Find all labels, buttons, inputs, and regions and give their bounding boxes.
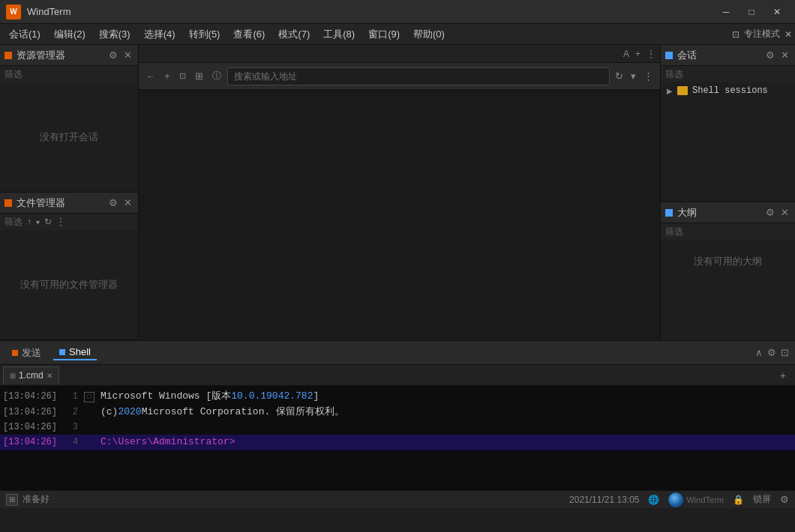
terminal-settings-btn[interactable]: ⚙ bbox=[767, 347, 776, 358]
file-manager-settings-btn[interactable]: ⚙ bbox=[107, 197, 119, 208]
resource-manager-actions: ⚙ ✕ bbox=[107, 49, 134, 61]
center-panel: A + ⋮ ← + ⊡ ⊞ ⓘ ↻ ▾ ⋮ bbox=[139, 45, 660, 340]
file-down-icon[interactable]: ▾ bbox=[36, 218, 40, 226]
resource-manager: 资源管理器 ⚙ ✕ 筛选 没有打开会话 bbox=[0, 45, 138, 193]
terminal-area: 发送 Shell ∧ ⚙ ⊡ ⊞ 1.cmd ✕ + [13:04:26] 1 … bbox=[0, 340, 795, 490]
addr-dropdown-btn[interactable]: ▾ bbox=[628, 69, 638, 83]
outline-empty: 没有可用的大纲 bbox=[661, 240, 795, 283]
address-input-wrap[interactable] bbox=[227, 67, 610, 85]
sessions-settings-btn[interactable]: ⚙ bbox=[764, 49, 776, 61]
tab-bar: ⊞ 1.cmd ✕ + bbox=[0, 365, 795, 386]
menu-item-view[interactable]: 查看(6) bbox=[227, 26, 271, 43]
file-manager-filter[interactable]: 筛选 ↑ ▾ ↻ ⋮ bbox=[0, 214, 138, 230]
file-refresh-icon[interactable]: ↻ bbox=[44, 217, 52, 227]
font-size-icon[interactable]: A bbox=[623, 49, 629, 59]
file-tab-close-btn[interactable]: ✕ bbox=[46, 372, 52, 380]
resource-manager-settings-btn[interactable]: ⚙ bbox=[107, 49, 119, 61]
address-input[interactable] bbox=[234, 71, 603, 82]
session-folder-icon bbox=[677, 86, 688, 95]
nav-info-btn[interactable]: ⓘ bbox=[209, 68, 224, 84]
nav-forward-btn[interactable]: ⊞ bbox=[192, 69, 206, 83]
menu-item-select[interactable]: 选择(4) bbox=[138, 26, 182, 43]
minimize-button[interactable]: ─ bbox=[714, 4, 738, 20]
term-text-2a: (c) bbox=[100, 405, 118, 420]
file-more-icon[interactable]: ⋮ bbox=[56, 217, 65, 227]
file-up-icon[interactable]: ↑ bbox=[27, 217, 32, 227]
nav-tab-icon[interactable]: ⊡ bbox=[176, 70, 189, 82]
status-lock-label: 锁屏 bbox=[753, 493, 771, 506]
new-tab-btn[interactable]: + bbox=[161, 69, 173, 83]
terminal-collapse-btn[interactable]: ∧ bbox=[755, 347, 763, 358]
terminal-header: 发送 Shell ∧ ⚙ ⊡ bbox=[0, 341, 795, 365]
close-button[interactable]: ✕ bbox=[765, 4, 789, 20]
menu-item-tools[interactable]: 工具(8) bbox=[317, 26, 361, 43]
outline-settings-btn[interactable]: ⚙ bbox=[764, 207, 776, 218]
addr-more-btn[interactable]: ⋮ bbox=[641, 69, 656, 83]
terminal-expand-btn[interactable]: ⊡ bbox=[781, 347, 789, 358]
add-tab-icon[interactable]: + bbox=[635, 49, 640, 59]
term-version-highlight: 10.0.19042.782 bbox=[231, 389, 313, 405]
sessions-actions: ⚙ ✕ bbox=[764, 49, 790, 61]
file-manager-actions: ⚙ ✕ bbox=[107, 197, 134, 208]
file-manager-close-btn[interactable]: ✕ bbox=[122, 197, 134, 208]
addr-refresh-btn[interactable]: ↻ bbox=[613, 69, 626, 83]
focus-mode-close-icon[interactable]: ✕ bbox=[784, 29, 792, 40]
filter-placeholder: 筛选 bbox=[4, 68, 22, 81]
sessions-filter[interactable]: 筛选 bbox=[661, 66, 795, 82]
resource-manager-icon bbox=[4, 52, 12, 59]
right-panel: 会话 ⚙ ✕ 筛选 ▶ Shell sessions 大纲 ⚙ bbox=[660, 45, 795, 340]
term-year-highlight: 2020 bbox=[118, 405, 141, 420]
windterm-label: WindTerm bbox=[686, 495, 724, 504]
sessions-filter-placeholder: 筛选 bbox=[665, 68, 683, 81]
terminal-header-controls: ∧ ⚙ ⊡ bbox=[755, 347, 789, 358]
focus-mode[interactable]: ⊡ 专注模式 ✕ bbox=[732, 28, 792, 40]
resource-manager-close-btn[interactable]: ✕ bbox=[122, 49, 134, 61]
status-ready-text: 准备好 bbox=[22, 493, 50, 506]
outline-close-btn[interactable]: ✕ bbox=[779, 207, 790, 218]
app-icon: W bbox=[6, 4, 21, 19]
session-item-shell[interactable]: ▶ Shell sessions bbox=[661, 82, 795, 99]
status-right: 2021/11/21 13:05 🌐 WindTerm 🔒 锁屏 ⚙ bbox=[569, 492, 789, 507]
menu-item-help[interactable]: 帮助(0) bbox=[407, 26, 451, 43]
resource-manager-title: 资源管理器 bbox=[16, 49, 107, 62]
term-text-1b: ] bbox=[313, 389, 319, 405]
status-settings-btn[interactable]: ⚙ bbox=[780, 494, 789, 505]
file-manager-empty: 没有可用的文件管理器 bbox=[0, 230, 138, 339]
menu-item-mode[interactable]: 模式(7) bbox=[272, 26, 316, 43]
outline-header: 大纲 ⚙ ✕ bbox=[661, 202, 795, 223]
maximize-button[interactable]: □ bbox=[740, 4, 764, 20]
term-text-2b: Microsoft Corporation. 保留所有权利。 bbox=[142, 405, 344, 420]
term-time-2: [13:04:26] bbox=[3, 405, 63, 420]
resource-manager-filter[interactable]: 筛选 bbox=[0, 66, 138, 82]
status-lock-icon[interactable]: 🔒 bbox=[733, 495, 744, 505]
sessions-icon bbox=[665, 52, 673, 59]
title-bar: W WindTerm ─ □ ✕ bbox=[0, 0, 795, 24]
outline-panel: 大纲 ⚙ ✕ 筛选 没有可用的大纲 bbox=[661, 202, 795, 340]
sessions-header: 会话 ⚙ ✕ bbox=[661, 45, 795, 66]
term-line-4: [13:04:26] 4 □ C:\Users\Administrator> bbox=[0, 435, 795, 450]
menu-item-window[interactable]: 窗口(9) bbox=[362, 26, 406, 43]
session-label: Shell sessions bbox=[692, 85, 768, 96]
outline-filter[interactable]: 筛选 bbox=[661, 223, 795, 240]
term-line-3: [13:04:26] 3 □ bbox=[0, 420, 795, 435]
menu-item-search[interactable]: 搜索(3) bbox=[93, 26, 136, 43]
term-linenum-4: 4 bbox=[63, 435, 78, 450]
terminal-tab-send[interactable]: 发送 bbox=[6, 345, 47, 361]
term-line-1: [13:04:26] 1 □ Microsoft Windows [版本 10.… bbox=[0, 389, 795, 405]
terminal-content: [13:04:26] 1 □ Microsoft Windows [版本 10.… bbox=[0, 386, 795, 490]
file-tab-cmd[interactable]: ⊞ 1.cmd ✕ bbox=[3, 366, 59, 384]
top-right-bar: A + ⋮ bbox=[139, 45, 660, 63]
nav-back-btn[interactable]: ← bbox=[143, 70, 158, 83]
term-linenum-1: 1 bbox=[63, 390, 78, 404]
status-datetime: 2021/11/21 13:05 bbox=[569, 495, 639, 505]
menu-item-goto[interactable]: 转到(5) bbox=[183, 26, 226, 43]
sessions-close-btn[interactable]: ✕ bbox=[779, 49, 790, 61]
more-options-icon[interactable]: ⋮ bbox=[646, 49, 656, 59]
terminal-tab-shell[interactable]: Shell bbox=[53, 345, 97, 360]
window-controls: ─ □ ✕ bbox=[714, 4, 789, 20]
menu-item-edit[interactable]: 编辑(2) bbox=[48, 26, 92, 43]
menu-item-sessions[interactable]: 会话(1) bbox=[3, 26, 46, 43]
term-line-2: [13:04:26] 2 □ (c) 2020 Microsoft Corpor… bbox=[0, 405, 795, 420]
new-file-tab-btn[interactable]: + bbox=[774, 368, 792, 383]
status-network-icon: 🌐 bbox=[648, 495, 659, 505]
